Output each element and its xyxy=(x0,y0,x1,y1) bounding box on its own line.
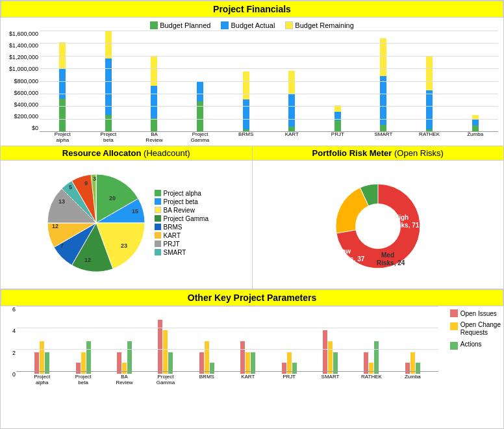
svg-text:Risks, 71: Risks, 71 xyxy=(391,222,420,229)
svg-text:13: 13 xyxy=(58,198,65,205)
svg-text:Risks, 37: Risks, 37 xyxy=(336,255,365,263)
resource-header: Resource Allocaton (Headcount) xyxy=(1,146,252,161)
svg-text:12: 12 xyxy=(52,223,58,229)
resource-allocation-panel: Resource Allocaton (Headcount) xyxy=(1,146,253,289)
bar-group-alpha xyxy=(40,31,86,131)
svg-text:3: 3 xyxy=(93,176,96,182)
bottom-chart-area: 6 4 2 0 xyxy=(1,306,503,388)
financials-header: Project Financials xyxy=(1,1,503,18)
svg-text:15: 15 xyxy=(132,208,138,214)
financials-chart-area: Budget Planned Budget Actual Budget Rema… xyxy=(1,18,503,146)
pie-section: 20 15 23 12 7 12 13 5 9 3 xyxy=(3,171,249,275)
svg-text:7: 7 xyxy=(60,242,64,249)
x-axis-labels: Projectalpha Projectbeta BAReview Projec… xyxy=(40,131,498,143)
top-section: Project Financials Budget Planned Budget… xyxy=(1,1,503,146)
bottom-section: Other Key Project Parameters 6 4 2 0 xyxy=(1,289,503,428)
bar-group-prjt xyxy=(315,31,361,131)
svg-text:Med: Med xyxy=(381,252,394,259)
svg-text:Low: Low xyxy=(338,248,351,255)
remaining-bar xyxy=(59,42,66,69)
bar-chart-container: $1,600,000 $1,400,000 $1,200,000 $1,000,… xyxy=(6,31,498,143)
bar-group-kart xyxy=(269,31,315,131)
svg-text:Risks, 24: Risks, 24 xyxy=(377,259,405,266)
bar-group-brms xyxy=(223,31,269,131)
svg-text:5: 5 xyxy=(69,184,72,190)
financials-legend: Budget Planned Budget Actual Budget Rema… xyxy=(6,21,498,29)
svg-text:9: 9 xyxy=(84,180,88,187)
svg-text:12: 12 xyxy=(84,257,91,263)
legend-planned: Budget Planned xyxy=(150,21,210,29)
svg-text:High: High xyxy=(394,214,409,221)
legend-remaining: Budget Remaining xyxy=(285,21,354,29)
remaining-color-box xyxy=(285,21,293,29)
dashboard: Project Financials Budget Planned Budget… xyxy=(0,0,504,429)
planned-color-box xyxy=(150,21,158,29)
bar-group-gamma xyxy=(177,31,223,131)
bars-row xyxy=(40,31,498,131)
y-axis: $1,600,000 $1,400,000 $1,200,000 $1,000,… xyxy=(6,31,40,131)
bottom-header: Other Key Project Parameters xyxy=(1,289,503,306)
bar-group-beta xyxy=(86,31,132,131)
bottom-legend: Open Issues Open ChangeRequests Actions xyxy=(450,309,501,350)
bar-group-ba xyxy=(131,31,177,131)
donut-chart: High Risks, 71 Low Risks, 37 Med Risks, … xyxy=(313,164,443,281)
svg-text:20: 20 xyxy=(109,195,116,202)
planned-bar xyxy=(59,99,66,131)
pie-chart: 20 15 23 12 7 12 13 5 9 3 xyxy=(44,171,148,275)
bottom-y-axis: 6 4 2 0 xyxy=(6,306,16,378)
svg-text:23: 23 xyxy=(121,242,127,249)
bottom-x-labels: Projectalpha Projectbeta BAReview Projec… xyxy=(21,374,433,385)
bar-group-rathek xyxy=(407,31,453,131)
bar-group-zumba xyxy=(452,31,498,131)
donut-chart-area: High Risks, 71 Low Risks, 37 Med Risks, … xyxy=(253,161,504,285)
middle-section: Resource Allocaton (Headcount) xyxy=(1,146,503,289)
actual-bar xyxy=(59,69,66,99)
legend-actual: Budget Actual xyxy=(221,21,275,29)
risk-meter-panel: Portfolio Risk Meter (Open Risks) xyxy=(253,146,504,289)
actual-color-box xyxy=(221,21,229,29)
risk-header: Portfolio Risk Meter (Open Risks) xyxy=(253,146,504,161)
bar-group-smart xyxy=(360,31,407,131)
pie-chart-area: 20 15 23 12 7 12 13 5 9 3 xyxy=(1,161,252,285)
pie-legend: Project alpha Project beta BA Review Pro… xyxy=(155,188,208,257)
bottom-grid xyxy=(16,306,438,371)
